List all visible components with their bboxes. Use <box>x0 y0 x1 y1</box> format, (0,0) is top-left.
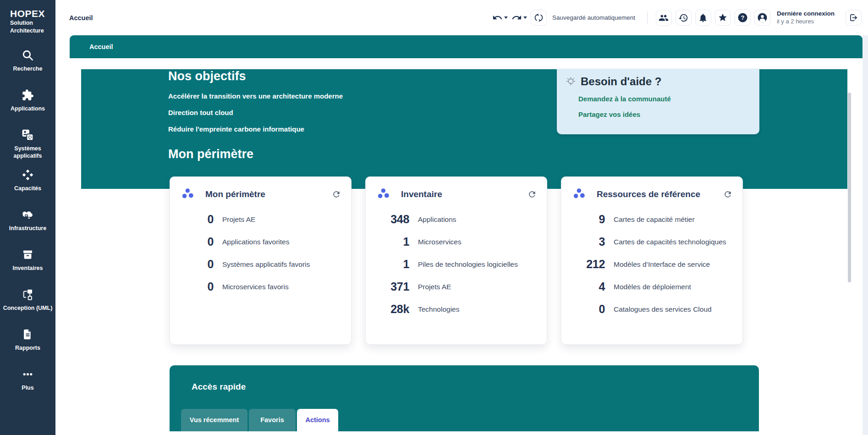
sync-button[interactable] <box>531 10 547 26</box>
card-mon-perimetre: Mon périmètre 0Projets AE0Applications f… <box>170 176 352 345</box>
sidebar-item-infrastructure[interactable]: Infrastructure <box>0 204 55 244</box>
stat-value: 1 <box>377 258 409 271</box>
objective-link-architecture[interactable]: Accélérer la transition vers une archite… <box>168 92 343 100</box>
help-button[interactable]: ? <box>735 10 751 26</box>
objective-link-carbone[interactable]: Réduire l'empreinte carbone informatique <box>168 125 343 133</box>
topbar-separator <box>647 11 648 24</box>
undo-button[interactable] <box>492 12 508 23</box>
stat-row[interactable]: 371Projets AE <box>377 275 536 298</box>
card-title: Mon périmètre <box>205 189 265 199</box>
refresh-icon[interactable] <box>527 190 537 199</box>
sidebar-item-conception-uml[interactable]: Conception (UML) <box>0 284 55 324</box>
objective-link-cloud[interactable]: Direction tout cloud <box>168 109 343 116</box>
sidebar-item-systemes-applicatifs[interactable]: Systèmes applicatifs <box>0 125 55 165</box>
undo-icon <box>492 12 503 23</box>
bell-icon <box>698 13 708 23</box>
sidebar-item-capacites[interactable]: Capacités <box>0 165 55 204</box>
lightbulb-icon <box>565 76 577 88</box>
uml-design-icon <box>22 288 34 301</box>
archive-box-icon <box>22 248 34 261</box>
tab-label: Favoris <box>260 416 284 431</box>
application-systems-icon <box>22 129 34 141</box>
stat-row[interactable]: 348Applications <box>377 208 536 231</box>
puzzle-icon <box>22 89 34 101</box>
stat-row[interactable]: 0Applications favorites <box>181 231 340 253</box>
sidebar-item-rapports[interactable]: Rapports <box>0 324 55 364</box>
notifications-button[interactable] <box>695 10 711 26</box>
logout-icon <box>849 13 858 22</box>
perimeter-section-title: Mon périmètre <box>168 147 253 161</box>
stat-row[interactable]: 9Cartes de capacité métier <box>572 208 731 231</box>
logo-subtitle-line1: Solution <box>10 19 52 27</box>
stat-label: Modèles de déploiement <box>614 283 691 291</box>
ellipsis-icon <box>22 368 34 380</box>
sync-icon <box>534 13 544 22</box>
stat-row[interactable]: 0Systèmes applicatifs favoris <box>181 253 340 275</box>
sidebar-item-plus[interactable]: Plus <box>0 364 55 404</box>
card-header: Mon périmètre <box>182 188 341 200</box>
history-button[interactable] <box>676 10 692 26</box>
logout-button[interactable] <box>846 10 862 26</box>
stat-row[interactable]: 1Microservices <box>377 231 536 253</box>
help-card-links: Demandez à la communauté Partagez vos id… <box>557 88 759 118</box>
last-connection-time: il y a 2 heures <box>777 18 835 26</box>
stat-value: 9 <box>572 213 605 226</box>
stat-row[interactable]: 0Microservices favoris <box>181 275 340 298</box>
card-inventaire: Inventaire 348Applications1Microservices… <box>365 176 547 345</box>
stat-label: Projets AE <box>418 283 451 291</box>
undo-dropdown-caret[interactable] <box>504 17 508 19</box>
stat-row[interactable]: 0Catalogues des services Cloud <box>572 298 731 320</box>
stat-row[interactable]: 0Projets AE <box>181 208 340 231</box>
redo-button[interactable] <box>511 12 527 23</box>
stat-row[interactable]: 1Piles de technologies logicielles <box>377 253 536 275</box>
stat-label: Microservices favoris <box>222 283 289 291</box>
stat-value: 0 <box>181 258 214 271</box>
sidebar-item-applications[interactable]: Applications <box>0 85 55 125</box>
stat-value: 0 <box>572 303 605 316</box>
stat-value: 1 <box>377 235 409 248</box>
stat-row[interactable]: 3Cartes de capacités technologiques <box>572 231 731 253</box>
stat-row[interactable]: 28kTechnologies <box>377 298 536 320</box>
sidebar-item-inventaires[interactable]: Inventaires <box>0 244 55 284</box>
community-button[interactable] <box>656 10 672 26</box>
stat-label: Applications favorites <box>222 238 289 246</box>
page-tab-accueil[interactable]: Accueil <box>70 35 863 58</box>
stat-label: Systèmes applicatifs favoris <box>222 260 310 269</box>
redo-dropdown-caret[interactable] <box>523 17 527 19</box>
logo-subtitle-line2: Architecture <box>10 27 52 35</box>
stat-label: Cartes de capacité métier <box>614 215 695 224</box>
profile-button[interactable] <box>754 10 770 26</box>
sidebar-item-label: Capacités <box>12 185 43 192</box>
stat-row[interactable]: 4Modèles de déploiement <box>572 275 731 298</box>
quick-access-tab-panel <box>170 431 759 435</box>
history-icon <box>678 13 688 23</box>
tab-favoris[interactable]: Favoris <box>249 409 296 431</box>
refresh-icon[interactable] <box>332 190 341 199</box>
stat-row[interactable]: 212Modèles d’Interface de service <box>572 253 731 275</box>
sidebar-item-label: Recherche <box>11 65 44 72</box>
stat-value: 0 <box>181 235 214 248</box>
card-header: Inventaire <box>378 188 537 200</box>
card-rows: 348Applications1Microservices1Piles de t… <box>377 208 536 320</box>
sidebar-item-label: Rapports <box>13 344 42 352</box>
refresh-icon[interactable] <box>723 190 732 199</box>
user-avatar-icon <box>757 12 768 23</box>
favorites-button[interactable] <box>715 10 731 26</box>
card-ressources-de-reference: Ressources de référence 9Cartes de capac… <box>561 176 743 345</box>
star-icon <box>718 13 728 23</box>
card-rows: 0Projets AE0Applications favorites0Systè… <box>181 208 340 298</box>
help-link-communaute[interactable]: Demandez à la communauté <box>578 95 759 103</box>
stat-label: Microservices <box>418 238 461 246</box>
objectives-banner: Nos objectifs Accélérer la transition ve… <box>81 69 847 189</box>
vertical-scrollbar-thumb[interactable] <box>848 93 851 282</box>
card-header: Ressources de référence <box>573 188 732 200</box>
search-icon <box>22 49 34 61</box>
sidebar-item-label: Plus <box>20 384 35 391</box>
stat-value: 348 <box>377 213 409 226</box>
sidebar-item-label: Inventaires <box>11 264 44 272</box>
tab-vus-recemment[interactable]: Vus récemment <box>181 409 247 431</box>
help-link-idees[interactable]: Partagez vos idées <box>578 110 759 118</box>
card-title: Inventaire <box>401 189 442 199</box>
topbar: Accueil Sauvegardé automatiquement <box>55 0 868 35</box>
sidebar-item-recherche[interactable]: Recherche <box>0 45 55 85</box>
